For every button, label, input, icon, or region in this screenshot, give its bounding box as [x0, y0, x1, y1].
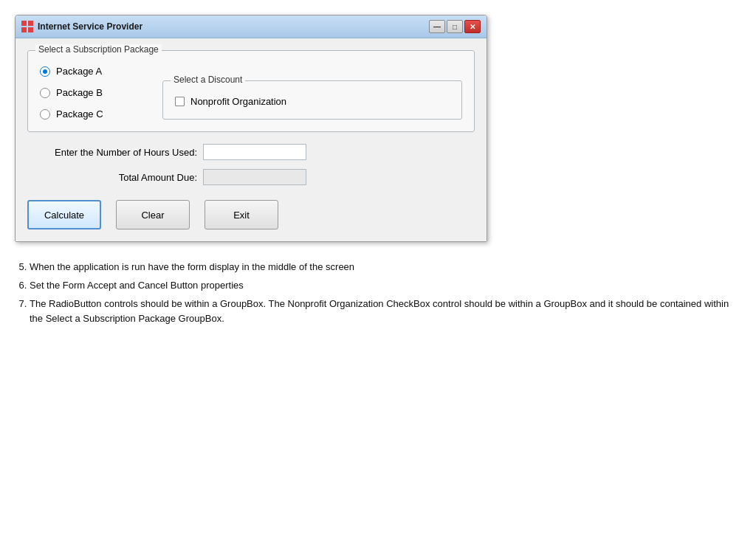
svg-rect-0 [21, 21, 27, 26]
package-b-radio[interactable] [40, 88, 50, 98]
clear-button[interactable]: Clear [116, 200, 190, 229]
total-row: Total Amount Due: [27, 169, 475, 185]
package-a-label[interactable]: Package A [40, 66, 151, 77]
package-b-text: Package B [56, 87, 103, 98]
title-bar: Internet Service Provider — □ ✕ [16, 15, 487, 38]
nonprofit-checkbox[interactable] [175, 97, 185, 106]
package-b-label[interactable]: Package B [40, 87, 151, 98]
app-icon [21, 21, 33, 32]
maximize-button[interactable]: □ [447, 20, 463, 33]
group-box-inner: Package A Package B Package C S [40, 66, 462, 120]
instruction-7: The RadioButton controls should be withi… [30, 297, 741, 328]
instructions: When the application is run have the for… [15, 260, 741, 330]
window-body: Select a Subscription Package Package A … [16, 38, 487, 241]
package-c-text: Package C [56, 108, 103, 120]
exit-button[interactable]: Exit [205, 200, 278, 229]
buttons-row: Calculate Clear Exit [27, 194, 475, 229]
package-c-label[interactable]: Package C [40, 108, 151, 120]
total-label: Total Amount Due: [27, 172, 197, 183]
svg-rect-3 [28, 27, 33, 32]
hours-row: Enter the Number of Hours Used: [27, 144, 475, 160]
discount-group-label: Select a Discount [171, 75, 245, 85]
nonprofit-label[interactable]: Nonprofit Organization [175, 96, 450, 107]
title-bar-left: Internet Service Provider [21, 21, 142, 32]
package-c-radio[interactable] [40, 109, 50, 120]
subscription-group-label: Select a Subscription Package [35, 44, 162, 55]
page-wrapper: Internet Service Provider — □ ✕ Select a… [15, 15, 741, 330]
instruction-5: When the application is run have the for… [30, 260, 741, 275]
total-input[interactable] [203, 169, 306, 185]
subscription-group-box: Select a Subscription Package Package A … [27, 50, 475, 132]
window-title: Internet Service Provider [38, 21, 142, 32]
package-group: Package A Package B Package C [40, 66, 151, 120]
svg-rect-1 [28, 21, 33, 26]
svg-rect-2 [21, 27, 27, 32]
instruction-6: Set the Form Accept and Cancel Button pr… [30, 278, 741, 294]
instructions-list: When the application is run have the for… [30, 260, 741, 327]
nonprofit-text: Nonprofit Organization [190, 96, 286, 107]
hours-input[interactable] [203, 144, 306, 160]
package-a-radio[interactable] [40, 66, 50, 77]
hours-label: Enter the Number of Hours Used: [27, 147, 197, 158]
title-bar-buttons: — □ ✕ [429, 20, 481, 33]
discount-group-box: Select a Discount Nonprofit Organization [162, 80, 462, 120]
calculate-button[interactable]: Calculate [27, 200, 101, 229]
window: Internet Service Provider — □ ✕ Select a… [15, 15, 487, 242]
close-button[interactable]: ✕ [464, 20, 481, 33]
minimize-button[interactable]: — [429, 20, 445, 33]
package-a-text: Package A [56, 66, 102, 77]
